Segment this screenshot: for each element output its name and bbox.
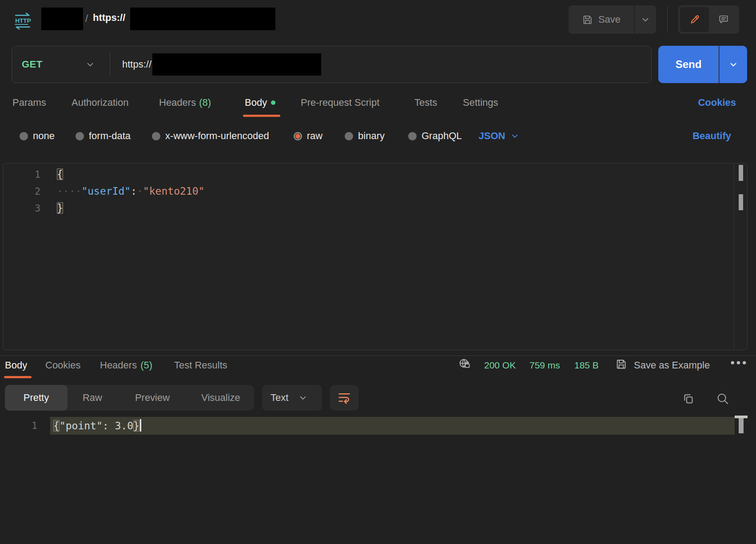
editor-scrollbar[interactable]	[734, 164, 747, 350]
globe-lock-icon[interactable]	[458, 357, 471, 371]
edit-mode-button[interactable]	[680, 7, 709, 32]
request-tab-bar: Params Authorization Headers(8) Body Pre…	[0, 92, 756, 117]
line-number: 2	[3, 183, 40, 200]
active-response-tab-underline	[4, 376, 32, 378]
tab-body[interactable]: Body	[245, 97, 275, 108]
tab-pre-request-script[interactable]: Pre-request Script	[301, 97, 379, 108]
radio-icon	[345, 132, 353, 140]
tab-authorization[interactable]: Authorization	[72, 97, 131, 108]
view-mode-preview[interactable]: Preview	[117, 385, 187, 411]
body-type-binary[interactable]: binary	[345, 130, 385, 142]
http-request-logo-icon: HTTP	[13, 12, 32, 30]
response-tab-body[interactable]: Body	[5, 360, 27, 371]
response-body-viewer: 1 {"point": 3.0}	[0, 417, 756, 435]
request-url-prefix: https://	[122, 59, 151, 70]
response-tab-headers[interactable]: Headers(5)	[100, 360, 152, 371]
chevron-down-icon	[298, 393, 308, 403]
body-type-raw[interactable]: raw	[294, 130, 322, 142]
chevron-down-icon	[510, 132, 519, 140]
response-divider	[0, 356, 756, 356]
redacted-breadcrumb-url	[130, 8, 275, 30]
request-url-input[interactable]: https://	[110, 46, 651, 83]
method-dropdown[interactable]: GET	[12, 46, 110, 83]
more-options-icon[interactable]: ●●●	[730, 358, 748, 367]
body-type-graphql[interactable]: GraphQL	[408, 130, 462, 142]
response-tab-cookies[interactable]: Cookies	[45, 360, 80, 371]
text-cursor	[140, 419, 141, 432]
line-number: 3	[3, 200, 40, 217]
wrap-text-icon	[337, 391, 351, 405]
response-tab-test-results[interactable]: Test Results	[174, 360, 227, 371]
comment-icon	[718, 14, 729, 25]
body-type-bar: none form-data x-www-form-urlencoded raw…	[0, 126, 756, 146]
cookies-link[interactable]: Cookies	[698, 97, 736, 108]
language-dropdown[interactable]: JSON	[479, 130, 520, 142]
postman-window: HTTP / https:// Save	[0, 0, 756, 544]
line-number: 1	[0, 417, 37, 435]
view-mode-pretty[interactable]: Pretty	[5, 385, 68, 411]
breadcrumb-separator: /	[85, 13, 88, 24]
active-tab-underline	[243, 115, 280, 117]
body-type-none[interactable]: none	[20, 130, 55, 142]
radio-icon	[76, 132, 84, 140]
response-size-badge[interactable]: 185 B	[574, 360, 599, 371]
copy-response-button[interactable]	[681, 392, 695, 405]
response-scrollbar-thumb[interactable]	[739, 418, 744, 433]
method-label: GET	[22, 59, 43, 70]
code-line: 3}	[3, 200, 747, 216]
body-type-urlencoded[interactable]: x-www-form-urlencoded	[152, 130, 269, 142]
tab-headers[interactable]: Headers(8)	[159, 97, 211, 108]
save-button[interactable]: Save	[569, 5, 634, 34]
chevron-down-icon	[728, 60, 738, 69]
unsaved-changes-dot	[271, 100, 275, 105]
chevron-down-icon	[85, 60, 95, 69]
copy-icon	[681, 392, 695, 405]
line-number: 1	[3, 166, 40, 183]
request-url-bar: GET https://	[12, 46, 652, 83]
editor-mode-toggle-group	[678, 5, 739, 34]
response-view-mode-switcher: Pretty Raw Preview Visualize	[5, 385, 254, 411]
breadcrumb-url-prefix: https://	[93, 12, 125, 24]
radio-icon	[408, 132, 417, 140]
send-button[interactable]: Send	[658, 46, 719, 83]
wrap-text-button[interactable]	[330, 385, 358, 411]
comment-button[interactable]	[710, 7, 737, 32]
view-mode-visualize[interactable]: Visualize	[187, 385, 254, 411]
topbar-divider	[667, 6, 668, 33]
search-response-button[interactable]	[716, 392, 729, 405]
code-area: 1{ 2····"userId":·"kento210" 3}	[3, 164, 747, 216]
response-status-badge[interactable]: 200 OK	[484, 360, 516, 371]
scrollbar-mark	[739, 194, 743, 210]
scrollbar-mark	[739, 165, 743, 181]
save-button-label: Save	[598, 14, 621, 25]
radio-selected-icon	[294, 132, 302, 140]
response-time-badge[interactable]: 759 ms	[529, 360, 560, 371]
radio-icon	[20, 132, 28, 140]
svg-text:HTTP: HTTP	[15, 17, 31, 24]
save-as-example-button[interactable]: Save as Example	[634, 360, 710, 371]
redacted-request-name	[41, 8, 83, 30]
tab-settings[interactable]: Settings	[463, 97, 498, 108]
response-body-line[interactable]: {"point": 3.0}	[50, 417, 735, 435]
save-options-chevron-button[interactable]	[635, 5, 656, 34]
code-line: 2····"userId":·"kento210"	[3, 183, 747, 200]
code-line: 1{	[3, 166, 747, 183]
view-mode-raw[interactable]: Raw	[68, 385, 117, 411]
radio-icon	[152, 132, 160, 140]
request-body-code-editor[interactable]: 1{ 2····"userId":·"kento210" 3}	[3, 163, 748, 350]
body-type-form-data[interactable]: form-data	[76, 130, 131, 142]
redacted-request-url	[152, 53, 321, 76]
tab-tests[interactable]: Tests	[414, 97, 437, 108]
beautify-link[interactable]: Beautify	[692, 130, 731, 142]
response-format-dropdown[interactable]: Text	[262, 385, 322, 411]
send-options-button[interactable]	[719, 46, 747, 83]
save-icon	[582, 14, 593, 25]
pencil-icon	[689, 14, 700, 25]
chevron-down-icon	[641, 15, 650, 24]
save-icon	[615, 358, 627, 370]
search-icon	[716, 392, 729, 405]
tab-params[interactable]: Params	[12, 97, 49, 108]
